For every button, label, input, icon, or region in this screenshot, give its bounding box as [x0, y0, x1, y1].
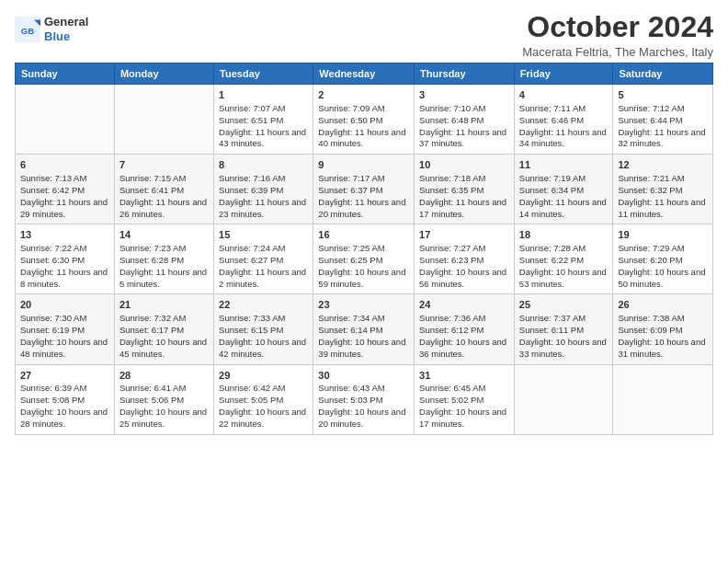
calendar-cell	[114, 85, 213, 155]
day-info: Sunrise: 7:11 AM Sunset: 6:46 PM Dayligh…	[519, 103, 609, 150]
day-number: 19	[618, 228, 708, 242]
day-info: Sunrise: 6:43 AM Sunset: 5:03 PM Dayligh…	[318, 383, 409, 430]
day-info: Sunrise: 7:13 AM Sunset: 6:42 PM Dayligh…	[20, 173, 109, 220]
day-number: 4	[519, 88, 609, 102]
calendar-cell: 15Sunrise: 7:24 AM Sunset: 6:27 PM Dayli…	[214, 224, 313, 294]
day-info: Sunrise: 7:25 AM Sunset: 6:25 PM Dayligh…	[318, 243, 409, 290]
day-info: Sunrise: 7:37 AM Sunset: 6:11 PM Dayligh…	[519, 313, 609, 360]
calendar-cell: 20Sunrise: 7:30 AM Sunset: 6:19 PM Dayli…	[16, 294, 115, 364]
calendar-cell	[613, 364, 713, 434]
calendar-cell: 3Sunrise: 7:10 AM Sunset: 6:48 PM Daylig…	[415, 85, 515, 155]
logo-icon: GB	[15, 17, 40, 42]
month-title: October 2024	[522, 11, 713, 43]
calendar-cell: 30Sunrise: 6:43 AM Sunset: 5:03 PM Dayli…	[313, 364, 415, 434]
day-number: 18	[519, 228, 609, 242]
col-header-tuesday: Tuesday	[214, 63, 313, 85]
day-number: 1	[219, 88, 308, 102]
calendar-cell: 22Sunrise: 7:33 AM Sunset: 6:15 PM Dayli…	[214, 294, 313, 364]
day-info: Sunrise: 7:32 AM Sunset: 6:17 PM Dayligh…	[119, 313, 209, 360]
day-number: 16	[318, 228, 409, 242]
day-number: 31	[419, 369, 509, 383]
calendar-cell: 10Sunrise: 7:18 AM Sunset: 6:35 PM Dayli…	[415, 155, 515, 224]
calendar-week-2: 6Sunrise: 7:13 AM Sunset: 6:42 PM Daylig…	[16, 155, 713, 224]
day-info: Sunrise: 7:38 AM Sunset: 6:09 PM Dayligh…	[618, 313, 708, 360]
calendar-cell: 7Sunrise: 7:15 AM Sunset: 6:41 PM Daylig…	[114, 155, 213, 224]
calendar-cell: 4Sunrise: 7:11 AM Sunset: 6:46 PM Daylig…	[514, 85, 613, 155]
day-info: Sunrise: 7:34 AM Sunset: 6:14 PM Dayligh…	[318, 313, 409, 360]
day-info: Sunrise: 7:27 AM Sunset: 6:23 PM Dayligh…	[419, 243, 509, 290]
day-number: 24	[419, 298, 509, 312]
calendar-cell: 21Sunrise: 7:32 AM Sunset: 6:17 PM Dayli…	[114, 294, 213, 364]
calendar-week-1: 1Sunrise: 7:07 AM Sunset: 6:51 PM Daylig…	[16, 85, 713, 155]
day-number: 3	[419, 88, 509, 102]
col-header-wednesday: Wednesday	[313, 63, 415, 85]
svg-text:GB: GB	[21, 26, 34, 36]
day-info: Sunrise: 7:30 AM Sunset: 6:19 PM Dayligh…	[20, 313, 109, 360]
day-number: 17	[419, 228, 509, 242]
calendar-cell	[16, 85, 115, 155]
day-number: 30	[318, 369, 409, 383]
day-number: 26	[618, 298, 708, 312]
day-number: 29	[219, 369, 308, 383]
calendar-cell: 28Sunrise: 6:41 AM Sunset: 5:06 PM Dayli…	[114, 364, 213, 434]
calendar-cell: 25Sunrise: 7:37 AM Sunset: 6:11 PM Dayli…	[514, 294, 613, 364]
calendar-cell	[514, 364, 613, 434]
day-info: Sunrise: 7:17 AM Sunset: 6:37 PM Dayligh…	[318, 173, 409, 220]
col-header-sunday: Sunday	[16, 63, 115, 85]
calendar-cell: 2Sunrise: 7:09 AM Sunset: 6:50 PM Daylig…	[313, 85, 415, 155]
col-header-friday: Friday	[514, 63, 613, 85]
calendar-cell: 8Sunrise: 7:16 AM Sunset: 6:39 PM Daylig…	[214, 155, 313, 224]
day-number: 11	[519, 158, 609, 172]
day-info: Sunrise: 7:33 AM Sunset: 6:15 PM Dayligh…	[219, 313, 308, 360]
day-number: 9	[318, 158, 409, 172]
calendar-cell: 6Sunrise: 7:13 AM Sunset: 6:42 PM Daylig…	[16, 155, 115, 224]
day-info: Sunrise: 6:42 AM Sunset: 5:05 PM Dayligh…	[219, 383, 308, 430]
day-info: Sunrise: 7:36 AM Sunset: 6:12 PM Dayligh…	[419, 313, 509, 360]
page-container: GB General Blue October 2024 Macerata Fe…	[0, 0, 728, 442]
calendar-table: SundayMondayTuesdayWednesdayThursdayFrid…	[15, 63, 713, 434]
day-number: 15	[219, 228, 308, 242]
day-info: Sunrise: 6:45 AM Sunset: 5:02 PM Dayligh…	[419, 383, 509, 430]
day-info: Sunrise: 7:15 AM Sunset: 6:41 PM Dayligh…	[119, 173, 209, 220]
day-number: 23	[318, 298, 409, 312]
calendar-cell: 17Sunrise: 7:27 AM Sunset: 6:23 PM Dayli…	[415, 224, 515, 294]
calendar-cell: 14Sunrise: 7:23 AM Sunset: 6:28 PM Dayli…	[114, 224, 213, 294]
day-info: Sunrise: 7:16 AM Sunset: 6:39 PM Dayligh…	[219, 173, 308, 220]
logo-general: General	[44, 15, 88, 29]
day-number: 25	[519, 298, 609, 312]
calendar-cell: 11Sunrise: 7:19 AM Sunset: 6:34 PM Dayli…	[514, 155, 613, 224]
day-number: 8	[219, 158, 308, 172]
logo-text: General Blue	[44, 15, 88, 43]
location: Macerata Feltria, The Marches, Italy	[522, 45, 713, 59]
logo: GB General Blue	[15, 15, 88, 43]
day-number: 13	[20, 228, 109, 242]
day-info: Sunrise: 7:28 AM Sunset: 6:22 PM Dayligh…	[519, 243, 609, 290]
day-number: 20	[20, 298, 109, 312]
day-number: 14	[119, 228, 209, 242]
header: GB General Blue October 2024 Macerata Fe…	[15, 11, 713, 59]
calendar-week-3: 13Sunrise: 7:22 AM Sunset: 6:30 PM Dayli…	[16, 224, 713, 294]
day-number: 28	[119, 369, 209, 383]
calendar-cell: 27Sunrise: 6:39 AM Sunset: 5:08 PM Dayli…	[16, 364, 115, 434]
day-info: Sunrise: 7:18 AM Sunset: 6:35 PM Dayligh…	[419, 173, 509, 220]
calendar-header-row: SundayMondayTuesdayWednesdayThursdayFrid…	[16, 63, 713, 85]
calendar-cell: 24Sunrise: 7:36 AM Sunset: 6:12 PM Dayli…	[415, 294, 515, 364]
calendar-cell: 12Sunrise: 7:21 AM Sunset: 6:32 PM Dayli…	[613, 155, 713, 224]
day-info: Sunrise: 7:22 AM Sunset: 6:30 PM Dayligh…	[20, 243, 109, 290]
calendar-cell: 23Sunrise: 7:34 AM Sunset: 6:14 PM Dayli…	[313, 294, 415, 364]
logo-blue: Blue	[44, 29, 88, 44]
calendar-cell: 9Sunrise: 7:17 AM Sunset: 6:37 PM Daylig…	[313, 155, 415, 224]
col-header-monday: Monday	[114, 63, 213, 85]
title-block: October 2024 Macerata Feltria, The March…	[522, 11, 713, 59]
day-number: 22	[219, 298, 308, 312]
calendar-cell: 29Sunrise: 6:42 AM Sunset: 5:05 PM Dayli…	[214, 364, 313, 434]
day-number: 12	[618, 158, 708, 172]
calendar-week-5: 27Sunrise: 6:39 AM Sunset: 5:08 PM Dayli…	[16, 364, 713, 434]
day-number: 5	[618, 88, 708, 102]
day-number: 6	[20, 158, 109, 172]
calendar-cell: 19Sunrise: 7:29 AM Sunset: 6:20 PM Dayli…	[613, 224, 713, 294]
col-header-saturday: Saturday	[613, 63, 713, 85]
day-info: Sunrise: 6:41 AM Sunset: 5:06 PM Dayligh…	[119, 383, 209, 430]
calendar-cell: 13Sunrise: 7:22 AM Sunset: 6:30 PM Dayli…	[16, 224, 115, 294]
calendar-cell: 1Sunrise: 7:07 AM Sunset: 6:51 PM Daylig…	[214, 85, 313, 155]
